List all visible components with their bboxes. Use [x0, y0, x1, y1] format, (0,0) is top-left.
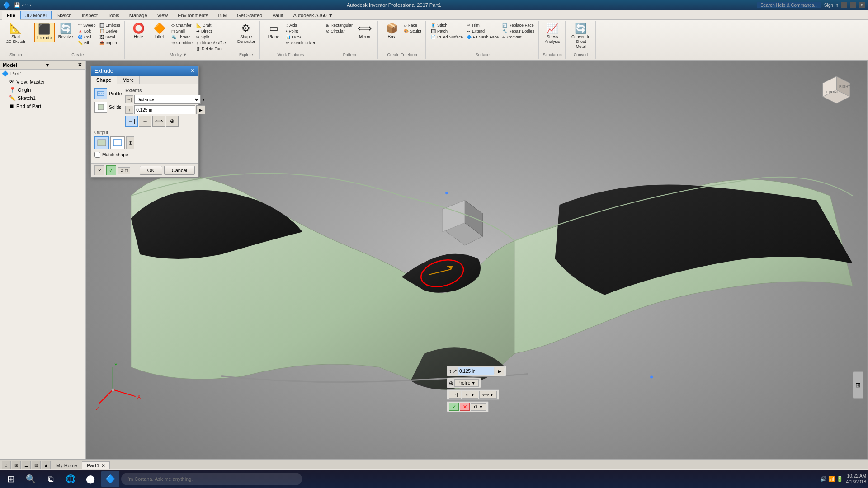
ucs-btn[interactable]: 📊 UCS: [284, 34, 317, 40]
derive-btn[interactable]: 📋 Derive: [98, 28, 122, 34]
taskbar-search[interactable]: 🔍: [22, 471, 40, 487]
tab-view[interactable]: View: [152, 11, 173, 19]
rib-btn[interactable]: 📏 Rib: [76, 40, 97, 46]
tab-tools[interactable]: Tools: [103, 11, 124, 19]
tab-file[interactable]: File: [2, 11, 20, 20]
dialog-close-btn[interactable]: ✕: [190, 68, 195, 74]
direction-one-side-btn[interactable]: →|: [449, 391, 461, 399]
import-btn[interactable]: 📥 Import: [98, 40, 122, 46]
nav-list-btn[interactable]: ☰: [22, 461, 31, 469]
start-2d-sketch-btn[interactable]: 📐 Start 2D Sketch: [5, 23, 27, 45]
emboss-btn[interactable]: 🔲 Emboss: [98, 23, 122, 28]
ok-dialog-btn[interactable]: OK: [140, 166, 162, 175]
output-surface-btn[interactable]: [110, 136, 125, 149]
part1-tab[interactable]: Part1 ✕: [82, 461, 110, 469]
direction-two-side-btn[interactable]: ↔ ▼: [462, 391, 478, 399]
tab-manage[interactable]: Manage: [124, 11, 152, 19]
tab-bim[interactable]: BIM: [213, 11, 232, 19]
cancel-dialog-btn[interactable]: Cancel: [164, 166, 195, 175]
delete-face-btn[interactable]: 🗑 Delete Face: [195, 46, 228, 52]
match-shape-checkbox[interactable]: [94, 152, 100, 158]
stress-analysis-btn[interactable]: 📈 Stress Analysis: [542, 23, 562, 45]
thicken-offset-btn[interactable]: ↕ Thicken/ Offset: [195, 40, 228, 46]
output-solid-btn[interactable]: [94, 136, 109, 149]
plane-btn[interactable]: ▭ Plane: [264, 23, 283, 41]
distance-value-input[interactable]: [134, 105, 195, 114]
dir-btn-1[interactable]: →|: [125, 116, 138, 127]
hole-btn[interactable]: ⭕ Hole: [128, 23, 148, 41]
coil-btn[interactable]: 🌀 Coil: [76, 34, 97, 40]
tree-item-view-master[interactable]: 👁 View: Master: [0, 78, 85, 86]
convert-surface-btn[interactable]: ↩ Convert: [501, 34, 536, 40]
tree-item-sketch1[interactable]: ✏️ Sketch1: [0, 94, 85, 102]
extent-type-icon[interactable]: →|: [125, 95, 133, 103]
nav-expand-btn[interactable]: ▲: [42, 461, 51, 469]
nav-grid-btn[interactable]: ⊞: [12, 461, 21, 469]
nav-home-btn[interactable]: ⌂: [2, 461, 11, 469]
distance-measure-icon[interactable]: ↕: [125, 106, 133, 114]
convert-to-sheet-metal-btn[interactable]: 🔄 Convert to Sheet Metal: [569, 23, 593, 50]
mirror-btn[interactable]: ⟺ Mirror: [355, 23, 375, 41]
loop-btn[interactable]: ↺ □: [118, 167, 130, 174]
sweep-btn[interactable]: 〰 Sweep: [76, 23, 97, 28]
dialog-tab-shape[interactable]: Shape: [91, 76, 117, 84]
start-button[interactable]: ⊞: [2, 471, 20, 487]
tab-inspect[interactable]: Inspect: [77, 11, 103, 19]
point-btn[interactable]: • Point: [284, 28, 317, 34]
flip-direction-btn[interactable]: ▶: [196, 105, 205, 114]
sign-in-btn[interactable]: Sign In: [824, 3, 838, 8]
replace-face-btn[interactable]: 🔃 Replace Face: [501, 23, 536, 28]
rectangular-btn[interactable]: ⊞ Rectangular: [325, 23, 354, 28]
distance-input[interactable]: [458, 367, 494, 375]
nav-panel-btn[interactable]: ⊞: [853, 371, 863, 399]
draft-btn[interactable]: 📐 Draft: [195, 23, 228, 28]
circular-btn[interactable]: ⊙ Circular: [325, 28, 354, 34]
model-header-close[interactable]: ✕: [78, 62, 82, 68]
thread-btn[interactable]: 🔩 Thread: [170, 34, 194, 40]
nav-split-btn[interactable]: ⊟: [32, 461, 41, 469]
sketch-driven-btn[interactable]: ✏ Sketch Driven: [284, 40, 317, 46]
shell-btn[interactable]: ◻ Shell: [170, 28, 194, 34]
taskbar-edge[interactable]: 🌐: [61, 471, 80, 487]
patch-btn[interactable]: 🔲 Patch: [429, 28, 464, 34]
combine-btn[interactable]: ⊕ Combine: [170, 40, 194, 46]
distance-expand-btn[interactable]: ▶: [495, 367, 504, 375]
chamfer-btn[interactable]: ◇ Chamfer: [170, 23, 194, 28]
profile-select-btn[interactable]: [94, 88, 107, 99]
options-inline-btn[interactable]: ⚙ ▼: [471, 403, 486, 411]
dialog-tab-more[interactable]: More: [117, 76, 140, 84]
dir-btn-2[interactable]: ↔: [139, 116, 151, 127]
tab-3d-model[interactable]: 3D Model: [20, 11, 52, 19]
taskbar-task-view[interactable]: ⧉: [42, 471, 60, 487]
direct-btn[interactable]: ➡ Direct: [195, 28, 228, 34]
extend-btn[interactable]: ↔ Extend: [465, 28, 500, 34]
tab-environments[interactable]: Environments: [173, 11, 213, 19]
loft-btn[interactable]: 🔺 Loft: [76, 28, 97, 34]
sculpt-btn[interactable]: 🎨 Sculpt: [402, 28, 423, 34]
close-btn[interactable]: ✕: [859, 2, 865, 8]
fit-mesh-face-btn[interactable]: 🔷 Fit Mesh Face: [465, 34, 500, 40]
revolve-btn[interactable]: 🔄 Revolve: [56, 23, 75, 40]
taskbar-chrome[interactable]: ⬤: [81, 471, 99, 487]
tab-get-started[interactable]: Get Started: [232, 11, 267, 19]
fillet-btn[interactable]: 🔶 Fillet: [149, 23, 169, 41]
tree-item-end-of-part[interactable]: ⏹ End of Part: [0, 102, 85, 110]
axis-btn[interactable]: ↕ Axis: [284, 23, 317, 28]
extrude-btn[interactable]: ⬛ Extrude: [34, 23, 55, 42]
profile-dropdown-btn[interactable]: Profile ▼: [454, 379, 479, 387]
search-box[interactable]: Search Help & Commands...: [757, 2, 821, 8]
face-btn[interactable]: ▱ Face: [402, 23, 423, 28]
cortana-input[interactable]: [121, 473, 302, 485]
stitch-btn[interactable]: 🧵 Stitch: [429, 23, 464, 28]
decal-btn[interactable]: 🖼 Decal: [98, 34, 122, 40]
repair-bodies-btn[interactable]: 🔧 Repair Bodies: [501, 28, 536, 34]
ok-inline-btn[interactable]: ✓: [449, 403, 459, 411]
minimize-btn[interactable]: ─: [841, 2, 847, 8]
tree-item-origin[interactable]: 📍 Origin: [0, 86, 85, 94]
tree-item-part1[interactable]: 🔷 Part1: [0, 70, 85, 78]
quick-access[interactable]: 💾↩↪: [14, 2, 31, 8]
taskbar-inventor[interactable]: 🔷: [101, 471, 119, 487]
solids-select-btn[interactable]: [94, 102, 107, 113]
help-btn[interactable]: ?: [94, 165, 104, 175]
my-home-tab[interactable]: My Home: [52, 462, 82, 469]
